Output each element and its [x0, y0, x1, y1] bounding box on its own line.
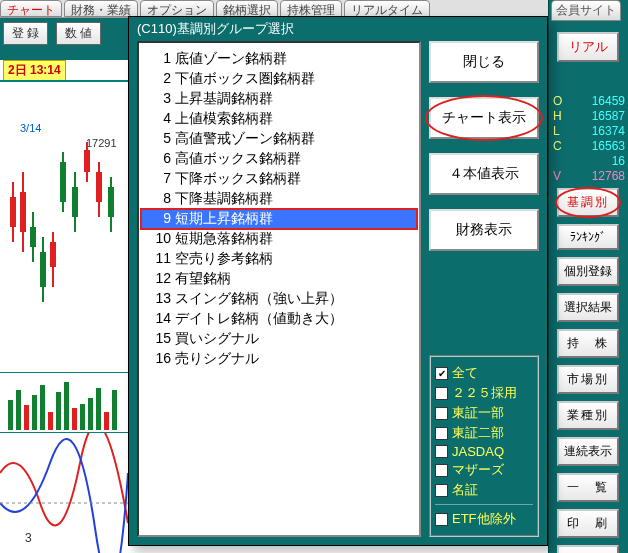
stat-row: L16374	[553, 124, 625, 139]
tab-options[interactable]: オプション	[140, 0, 214, 17]
tab-realtime[interactable]: リアルタイム	[344, 0, 430, 17]
filter-checkbox[interactable]: ✔全て	[435, 363, 533, 383]
stat-row: O16459	[553, 94, 625, 109]
financial-display-button[interactable]: 財務表示	[429, 209, 539, 251]
list-item[interactable]: 5高値警戒ゾーン銘柄群	[141, 129, 417, 149]
list-item[interactable]: 4上値模索銘柄群	[141, 109, 417, 129]
filter-checkbox[interactable]: 東証二部	[435, 423, 533, 443]
left-toolbar: 登 録 数 値	[0, 18, 128, 60]
filter-checkbox[interactable]: 東証一部	[435, 403, 533, 423]
filter-checkbox[interactable]: ２２５採用	[435, 383, 533, 403]
side-button[interactable]: 個別登録	[557, 257, 619, 286]
list-item[interactable]: 9短期上昇銘柄群	[141, 209, 417, 229]
chart-display-button[interactable]: チャート表示	[429, 97, 539, 139]
list-item[interactable]: 12有望銘柄	[141, 269, 417, 289]
list-item[interactable]: 15買いシグナル	[141, 329, 417, 349]
list-item[interactable]: 13スイング銘柄（強い上昇）	[141, 289, 417, 309]
tab-chart[interactable]: チャート	[0, 0, 62, 17]
close-button[interactable]: 閉じる	[429, 41, 539, 83]
oscillator-icon	[0, 432, 128, 553]
side-button[interactable]: 基調別	[557, 188, 619, 217]
tab-member-site[interactable]: 会員サイト	[551, 0, 621, 21]
list-item[interactable]: 8下降基調銘柄群	[141, 189, 417, 209]
checkbox-icon	[435, 427, 448, 440]
side-button[interactable]: 印 刷	[557, 509, 619, 538]
list-item[interactable]: 11空売り参考銘柄	[141, 249, 417, 269]
ohlc-stats: O16459H16587L16374C1656316V12768	[553, 94, 625, 184]
right-sidebar: 会員サイト リアル O16459H16587L16374C1656316V127…	[548, 0, 628, 553]
group-list[interactable]: 1底値ゾーン銘柄群2下値ボックス圏銘柄群3上昇基調銘柄群4上値模索銘柄群5高値警…	[137, 41, 421, 537]
list-item[interactable]: 7下降ボックス銘柄群	[141, 169, 417, 189]
timestamp-badge: 2日 13:14	[3, 60, 66, 81]
dialog-right-column: 閉じる チャート表示 ４本値表示 財務表示 ✔全て２２５採用東証一部東証二部JA…	[429, 41, 539, 537]
filter-checkbox[interactable]: 名証	[435, 480, 533, 500]
checkbox-icon: ✔	[435, 367, 448, 380]
side-button[interactable]: 業種別	[557, 401, 619, 430]
list-item[interactable]: 14デイトレ銘柄（値動き大）	[141, 309, 417, 329]
side-button-column: 基調別ﾗﾝｷﾝｸﾞ個別登録選択結果持 株市場別業種別連続表示一 覧印 刷ヘルプ	[557, 188, 619, 553]
filter-checkbox[interactable]: ETF他除外	[435, 509, 533, 529]
list-item[interactable]: 6高値ボックス銘柄群	[141, 149, 417, 169]
filter-checkbox[interactable]: マザーズ	[435, 460, 533, 480]
group-select-dialog: (C110)基調別グループ選択 1底値ゾーン銘柄群2下値ボックス圏銘柄群3上昇基…	[128, 16, 548, 546]
side-button[interactable]: 連続表示	[557, 437, 619, 466]
side-button[interactable]: ヘルプ	[557, 545, 619, 553]
register-button[interactable]: 登 録	[3, 22, 48, 45]
tab-stock-select[interactable]: 銘柄選択	[216, 0, 278, 17]
side-button[interactable]: 一 覧	[557, 473, 619, 502]
ohlc-display-button[interactable]: ４本値表示	[429, 153, 539, 195]
checkbox-icon	[435, 387, 448, 400]
realtime-button[interactable]: リアル	[557, 32, 619, 62]
chart-date-label: 3/14	[20, 122, 41, 134]
numeric-button[interactable]: 数 値	[56, 22, 101, 45]
volume-bars-icon	[0, 372, 128, 432]
chart-area: 3/14 17291 3	[0, 80, 128, 553]
tab-financials[interactable]: 財務・業績	[64, 0, 138, 17]
checkbox-icon	[435, 464, 448, 477]
side-button[interactable]: 持 株	[557, 329, 619, 358]
dialog-title: (C110)基調別グループ選択	[129, 17, 547, 41]
side-button[interactable]: ﾗﾝｷﾝｸﾞ	[557, 224, 619, 250]
stat-row: 16	[553, 154, 625, 169]
tab-holdings[interactable]: 持株管理	[280, 0, 342, 17]
list-item[interactable]: 16売りシグナル	[141, 349, 417, 369]
filter-checkbox[interactable]: JASDAQ	[435, 443, 533, 460]
list-item[interactable]: 2下値ボックス圏銘柄群	[141, 69, 417, 89]
market-filter-group: ✔全て２２５採用東証一部東証二部JASDAQマザーズ名証ETF他除外	[429, 355, 539, 537]
side-button[interactable]: 選択結果	[557, 293, 619, 322]
bottom-index-label: 3	[25, 531, 32, 545]
side-button[interactable]: 市場別	[557, 365, 619, 394]
checkbox-icon	[435, 445, 448, 458]
checkbox-icon	[435, 513, 448, 526]
checkbox-icon	[435, 407, 448, 420]
stat-row: H16587	[553, 109, 625, 124]
list-item[interactable]: 10短期急落銘柄群	[141, 229, 417, 249]
list-item[interactable]: 1底値ゾーン銘柄群	[141, 49, 417, 69]
stat-row: C16563	[553, 139, 625, 154]
checkbox-icon	[435, 484, 448, 497]
candlestick-icon	[0, 142, 128, 342]
stat-row: V12768	[553, 169, 625, 184]
list-item[interactable]: 3上昇基調銘柄群	[141, 89, 417, 109]
